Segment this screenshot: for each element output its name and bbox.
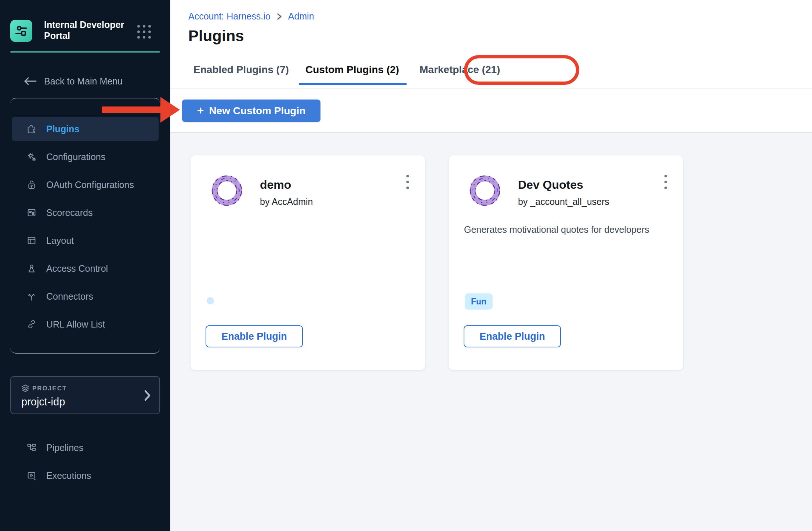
back-label: Back to Main Menu [44,76,123,87]
tag-badge-fun: Fun [465,293,493,310]
back-arrow-icon [23,76,37,86]
app-title: Internal Developer Portal [44,19,130,41]
plugin-card-demo: demo by AccAdmin Enable Plugin [191,155,425,370]
layout-icon [26,235,37,246]
sidebar-item-scorecards[interactable]: Scorecards [12,201,159,225]
sidebar-item-plugins[interactable]: Plugins [12,117,159,141]
sidebar-item-label: Layout [46,235,74,246]
lock-icon [26,180,37,190]
project-label: PROJECT [32,385,67,392]
sidebar-item-label: OAuth Configurations [46,180,134,190]
layers-icon [21,383,30,393]
logo-divider [10,51,160,53]
play-square-icon [26,470,37,481]
breadcrumb-admin-link[interactable]: Admin [288,11,314,22]
active-tab-underline [299,83,407,85]
sidebar-item-layout[interactable]: Layout [12,228,159,253]
tabs-bar: Enabled Plugins (7) Custom Plugins (2) M… [170,59,812,88]
app-switcher-grid-icon[interactable] [137,25,152,40]
plus-icon: + [197,104,204,116]
tab-custom-plugins[interactable]: Custom Plugins (2) [305,64,399,76]
link-icon [26,319,37,329]
new-custom-plugin-button[interactable]: + New Custom Plugin [182,100,320,122]
back-to-main-menu[interactable]: Back to Main Menu [0,72,170,90]
scorecard-icon [26,207,37,218]
sidebar: Internal Developer Portal Back to Main M… [0,0,170,531]
pipeline-icon [26,443,37,453]
sidebar-item-label: Executions [46,470,91,481]
plugin-card-dev-quotes: Dev Quotes by _account_all_users Generat… [449,155,683,370]
app-logo-icon [10,20,32,42]
annotation-red-arrow-head [160,97,180,123]
sidebar-footer-nav: Pipelines Executions [0,436,170,491]
sidebar-item-label: URL Allow List [46,319,105,330]
kebab-menu-icon[interactable] [661,171,670,193]
sidebar-item-label: Access Control [46,263,108,274]
plugin-description: Generates motivational quotes for develo… [464,223,673,236]
sidebar-item-configurations[interactable]: Configurations [12,145,159,169]
kebab-menu-icon[interactable] [403,171,412,193]
sidebar-item-label: Configurations [46,152,105,162]
plugin-title: Dev Quotes [518,178,583,192]
circuit-glyph-icon [14,24,29,38]
sidebar-item-connectors[interactable]: Connectors [12,284,159,308]
enable-plugin-button[interactable]: Enable Plugin [464,325,561,347]
menu-panel-top-border [10,98,160,106]
project-selector[interactable]: PROJECT projct-idp [10,376,160,414]
annotation-red-arrow [102,106,161,113]
sidebar-item-executions[interactable]: Executions [12,463,159,488]
plugin-author: by AccAdmin [260,196,313,207]
sidebar-item-label: Scorecards [46,207,93,218]
person-icon [26,263,37,274]
main-content: Account: Harness.io Admin Plugins Enable… [170,0,812,531]
breadcrumb-chevron-icon [276,12,282,21]
enable-plugin-button[interactable]: Enable Plugin [206,325,303,347]
plugin-author: by _account_all_users [518,196,609,207]
sidebar-item-oauth-configurations[interactable]: OAuth Configurations [12,173,159,197]
project-name: projct-idp [21,396,65,408]
plugin-ring-icon [210,174,244,207]
sidebar-item-label: Connectors [46,291,93,302]
split-arrows-icon [26,291,37,301]
sidebar-item-label: Pipelines [46,443,83,453]
plugin-ring-icon [468,174,502,207]
breadcrumb: Account: Harness.io Admin [188,11,314,22]
sidebar-item-url-allow-list[interactable]: URL Allow List [12,312,159,336]
plugin-title: demo [260,178,291,192]
puzzle-icon [26,124,37,134]
breadcrumb-account-link[interactable]: Account: Harness.io [188,11,271,22]
chevron-right-icon [143,389,151,402]
tabs-bottom-border [170,88,812,88]
page-title: Plugins [188,27,244,45]
empty-tag-dot [207,297,214,304]
sidebar-item-label: Plugins [46,124,79,134]
tab-marketplace[interactable]: Marketplace (21) [420,64,500,76]
gears-icon [26,152,37,162]
sidebar-item-access-control[interactable]: Access Control [12,256,159,281]
menu-panel-bottom-border [10,346,160,354]
screen: Internal Developer Portal Back to Main M… [0,0,812,531]
page-header: Account: Harness.io Admin Plugins Enable… [170,0,812,133]
tab-enabled-plugins[interactable]: Enabled Plugins (7) [193,64,289,76]
sidebar-item-pipelines[interactable]: Pipelines [12,436,159,460]
new-custom-plugin-label: New Custom Plugin [209,105,305,117]
sidebar-nav: Plugins Configurations [0,117,170,340]
